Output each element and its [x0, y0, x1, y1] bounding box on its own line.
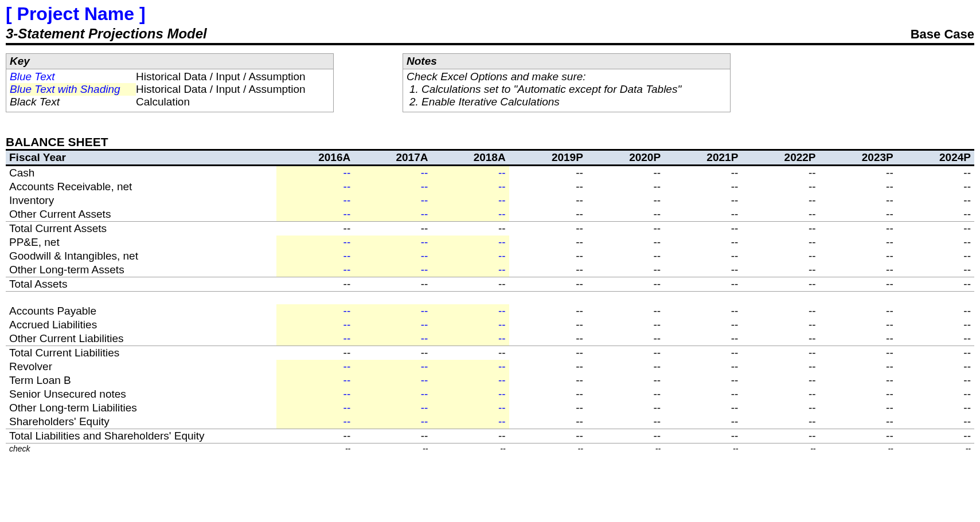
cell-value[interactable]: --	[431, 207, 509, 222]
year-header: 2019P	[509, 150, 587, 166]
cell-value: --	[509, 222, 587, 236]
cell-value[interactable]: --	[431, 318, 509, 332]
table-row: Total Assets------------------	[6, 277, 974, 292]
table-row: Accrued Liabilities------------------	[6, 318, 974, 332]
table-row: Shareholders' Equity------------------	[6, 415, 974, 429]
key-label: Black Text	[10, 96, 136, 108]
cell-value[interactable]: --	[354, 180, 431, 194]
cell-value[interactable]: --	[276, 207, 354, 222]
cell-value[interactable]: --	[276, 304, 354, 318]
cell-value: --	[819, 360, 897, 374]
cell-value[interactable]: --	[431, 360, 509, 374]
table-row: Inventory------------------	[6, 194, 974, 207]
cell-value[interactable]: --	[431, 249, 509, 263]
cell-value[interactable]: --	[276, 236, 354, 249]
cell-value: --	[587, 263, 664, 277]
cell-value: --	[587, 194, 664, 207]
cell-value[interactable]: --	[354, 166, 431, 180]
cell-value: --	[276, 346, 354, 360]
case-label: Base Case	[911, 27, 974, 42]
cell-value: --	[741, 387, 819, 401]
cell-value: --	[819, 415, 897, 429]
cell-value: --	[276, 429, 354, 443]
cell-value: --	[664, 401, 741, 415]
cell-value[interactable]: --	[431, 374, 509, 387]
cell-value[interactable]: --	[431, 332, 509, 346]
cell-value: --	[897, 236, 974, 249]
cell-value[interactable]: --	[276, 360, 354, 374]
cell-value[interactable]: --	[354, 263, 431, 277]
key-desc: Historical Data / Input / Assumption	[136, 83, 306, 96]
cell-value: --	[819, 332, 897, 346]
cell-value: --	[741, 166, 819, 180]
cell-value: --	[587, 249, 664, 263]
cell-value[interactable]: --	[276, 166, 354, 180]
cell-value[interactable]: --	[354, 332, 431, 346]
cell-value[interactable]: --	[354, 401, 431, 415]
cell-value: --	[587, 277, 664, 292]
cell-value: --	[587, 429, 664, 443]
cell-value[interactable]: --	[354, 360, 431, 374]
cell-value[interactable]: --	[354, 318, 431, 332]
cell-value: --	[664, 207, 741, 222]
cell-value: --	[741, 443, 819, 454]
cell-value[interactable]: --	[354, 207, 431, 222]
cell-value[interactable]: --	[354, 415, 431, 429]
cell-value: --	[509, 415, 587, 429]
cell-value[interactable]: --	[354, 236, 431, 249]
cell-value[interactable]: --	[431, 387, 509, 401]
cell-value: --	[819, 429, 897, 443]
year-header: 2016A	[276, 150, 354, 166]
cell-value: --	[819, 346, 897, 360]
cell-value[interactable]: --	[431, 236, 509, 249]
cell-value[interactable]: --	[354, 194, 431, 207]
project-title: [ Project Name ]	[6, 3, 974, 25]
row-label: Total Liabilities and Shareholders' Equi…	[6, 429, 276, 443]
row-label: Accrued Liabilities	[6, 318, 276, 332]
cell-value: --	[897, 194, 974, 207]
cell-value[interactable]: --	[431, 180, 509, 194]
cell-value: --	[819, 194, 897, 207]
cell-value[interactable]: --	[431, 304, 509, 318]
cell-value[interactable]: --	[276, 318, 354, 332]
key-panel-title: Key	[6, 54, 333, 69]
cell-value: --	[431, 222, 509, 236]
table-row: check------------------	[6, 443, 974, 454]
cell-value: --	[819, 263, 897, 277]
cell-value[interactable]: --	[276, 332, 354, 346]
cell-value[interactable]: --	[431, 415, 509, 429]
cell-value: --	[664, 346, 741, 360]
cell-value[interactable]: --	[354, 249, 431, 263]
cell-value[interactable]: --	[276, 387, 354, 401]
cell-value[interactable]: --	[431, 263, 509, 277]
cell-value[interactable]: --	[354, 304, 431, 318]
key-panel: Key Blue TextHistorical Data / Input / A…	[6, 53, 334, 112]
cell-value[interactable]: --	[431, 166, 509, 180]
cell-value: --	[509, 429, 587, 443]
cell-value: --	[897, 304, 974, 318]
cell-value[interactable]: --	[276, 249, 354, 263]
cell-value[interactable]: --	[276, 374, 354, 387]
cell-value: --	[587, 180, 664, 194]
year-header: 2017A	[354, 150, 431, 166]
cell-value: --	[509, 194, 587, 207]
cell-value: --	[587, 332, 664, 346]
cell-value[interactable]: --	[354, 387, 431, 401]
cell-value[interactable]: --	[354, 374, 431, 387]
cell-value[interactable]: --	[276, 180, 354, 194]
year-header: 2023P	[819, 150, 897, 166]
year-header: 2018A	[431, 150, 509, 166]
cell-value[interactable]: --	[276, 401, 354, 415]
cell-value[interactable]: --	[431, 194, 509, 207]
cell-value: --	[664, 360, 741, 374]
cell-value: --	[509, 263, 587, 277]
cell-value[interactable]: --	[431, 401, 509, 415]
cell-value: --	[354, 443, 431, 454]
cell-value: --	[509, 180, 587, 194]
cell-value: --	[664, 387, 741, 401]
cell-value[interactable]: --	[276, 194, 354, 207]
cell-value[interactable]: --	[276, 263, 354, 277]
table-row: Other Long-term Assets------------------	[6, 263, 974, 277]
cell-value: --	[664, 166, 741, 180]
cell-value[interactable]: --	[276, 415, 354, 429]
